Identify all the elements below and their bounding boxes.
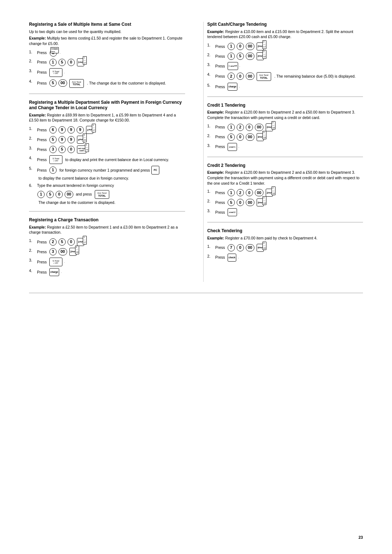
step-2-credit2: 2. Press 5 0 00 3dept 3—19 . (207, 198, 363, 206)
step-5-split: 5. Press charge . (207, 83, 363, 91)
section-foreign-currency: Registering a Multiple Department Sale w… (29, 100, 185, 206)
key-dept2-c1: 2dept 2—16 (265, 123, 273, 131)
key-dept2-c2: 2dept 2—16 (265, 189, 273, 197)
section-credit2: Credit 2 Tendering Example: Register a £… (207, 163, 363, 217)
step-1-check: 1. Press 7 0 00 4dept 4—20 . (207, 244, 363, 252)
step-2-multiple: 2. Press 1 5 0 1dept 1—17 . (29, 58, 185, 66)
step-3-credit1: 3. Press cred 1 . (207, 143, 363, 151)
step-1-multiple: 1. Press 2 X/datetime . (29, 49, 185, 57)
example-multiple-items: Example: Multiply two items costing £1.5… (29, 36, 185, 46)
page: Registering a Sale of Multiple Items at … (0, 0, 392, 554)
key-dept1-ch: 1dept 1—17 (77, 238, 85, 246)
key-dept1-fc: 1dept 1—17 (86, 126, 94, 134)
divider-5 (207, 222, 363, 222)
divider-1 (29, 94, 185, 94)
key-5: 5 (58, 59, 66, 66)
key-dept4-ck: 4dept 4—20 (256, 244, 264, 252)
step-2-credit1: 2. Press 5 0 00 3dept 3—19 . (207, 133, 363, 141)
section-title-check: Check Tendering (207, 228, 363, 234)
key-cred1: cred 1 (228, 143, 237, 151)
key-stotal-ch: S.Total + VAT (49, 258, 62, 266)
section-title-multiple-items: Registering a Sale of Multiple Items at … (29, 22, 185, 28)
step-3-split: 3. Press ≡ envvat . (207, 62, 363, 70)
step-5-foreign: 5. Press 1 for foreign currency number 1… (29, 166, 185, 181)
key-2-xdate: 2 X/datetime (49, 49, 57, 57)
divider-4 (207, 157, 363, 157)
key-check: check (228, 254, 236, 262)
example-foreign: Example: Register a £69.99 item to Depar… (29, 112, 185, 123)
step-2-charge: 2. Press 3 00 2dept 2—18 . (29, 248, 185, 256)
section-intro-multiple-items: Up to two digits can be used for the qua… (29, 29, 185, 34)
example-credit1: Example: Register a £120.00 item to Depa… (207, 110, 363, 120)
steps-credit1: 1. Press 1 2 0 00 2dept 2—16 . (207, 123, 363, 151)
section-multiple-items: Registering a Sale of Multiple Items at … (29, 22, 185, 88)
key-dept1: 1dept 1—17 (77, 58, 85, 66)
section-check: Check Tendering Example: Register a £70.… (207, 228, 363, 261)
step-4-multiple: 4. Press 5 00 Amt Tend TOTAL . (29, 79, 185, 88)
step-1-charge: 1. Press 2 5 0 1dept 1—17 . (29, 238, 185, 246)
key-dept2-ch: 2dept 2—18 (69, 248, 77, 256)
step-3-credit2: 3. Press cred 2 . (207, 208, 363, 216)
key-deptcash: net rcptcash 2—75 (77, 145, 87, 153)
step-1-foreign: 1. Press 6 9 9 9 1dept 1—17 . (29, 126, 185, 134)
example-split: Example: Register a £10.00 item and a £1… (207, 29, 363, 40)
key-dept3-c1: 3dept 3—19 (256, 133, 264, 141)
key-env: ≡ envvat (228, 62, 238, 70)
left-column: Registering a Sale of Multiple Items at … (29, 22, 189, 282)
key-00: 00 (58, 79, 67, 87)
step-4-charge: 4. Press charge . (29, 268, 185, 276)
key-1: 1 (49, 59, 57, 66)
example-check: Example: Register a £70.00 item paid by … (207, 235, 363, 241)
key-stotal: S.Total + VAT (49, 68, 62, 77)
section-credit1: Credit 1 Tendering Example: Register a £… (207, 103, 363, 151)
step-4-split: 4. Press 2 0 00 Amt Tend TOTAL (207, 72, 363, 81)
key-charge-btn: charge (49, 268, 59, 276)
key-5b: 5 (49, 79, 57, 87)
key-fc: FC (151, 166, 159, 175)
page-number: 23 (359, 535, 363, 539)
key-stotal-vat: S.Total + VAT (49, 155, 62, 164)
step-1-credit2: 1. Press 1 2 0 00 2dept 2—16 . (207, 189, 363, 197)
divider-2 (29, 211, 185, 212)
step-3-multiple: 3. Press S.Total + VAT . (29, 68, 185, 77)
step-6-foreign: 6. Type the amount tendered in foreign c… (29, 183, 185, 188)
key-cred2: cred 2 (228, 208, 237, 216)
step-2-foreign: 2. Press 5 9 9 4dept 4—20 . (29, 136, 185, 144)
steps-foreign: 1. Press 6 9 9 9 1dept 1—17 . (29, 126, 185, 205)
example-charge: Example: Register a £2.50 item to Depart… (29, 225, 185, 235)
step-2-split: 2. Press 1 5 00 2dept 2—10 . (207, 52, 363, 60)
steps-multiple-items: 1. Press 2 X/datetime . 2. (29, 49, 185, 88)
step-3-charge: 3. Press S.Total + VAT . (29, 258, 185, 266)
key-dept4: 4dept 4—20 (77, 136, 85, 144)
key-dept2-s2: 2dept 2—10 (256, 52, 264, 60)
steps-credit2: 1. Press 1 2 0 00 2dept 2—16 . (207, 189, 363, 216)
step-2-check: 2. Press check . (207, 254, 363, 262)
example-credit2: Example: Register a £120.00 item to Depa… (207, 170, 363, 186)
key-charge-split: charge (228, 83, 237, 91)
section-title-credit1: Credit 1 Tendering (207, 103, 363, 108)
step-6-foreign-keys: 1 5 0 00 and press Amt Tend TOTAL (37, 190, 185, 205)
steps-split: 1. Press 1 0 00 2dept 2—17 . (207, 42, 363, 91)
key-dept3-c2: 3dept 3—19 (256, 198, 264, 206)
step-4-foreign: 4. Press S.Total + VAT to display and pr… (29, 155, 185, 164)
key-amttend-total-fc: Amt Tend TOTAL (94, 190, 110, 199)
section-title-charge: Registering a Charge Transaction (29, 217, 185, 223)
section-split-cash: Split Cash/Charge Tendering Example: Reg… (207, 22, 363, 91)
steps-check: 1. Press 7 0 00 4dept 4—20 . (207, 244, 363, 262)
key-dept2-s1: 2dept 2—17 (256, 42, 264, 50)
key-0: 0 (68, 59, 75, 66)
key-amttend-split: Amt Tend TOTAL (256, 72, 271, 81)
section-title-foreign: Registering a Multiple Department Sale w… (29, 100, 185, 111)
key-1-fc: 1 (49, 167, 57, 174)
step-1-credit1: 1. Press 1 2 0 00 2dept 2—16 . (207, 123, 363, 131)
step-1-split: 1. Press 1 0 00 2dept 2—17 . (207, 42, 363, 50)
section-title-credit2: Credit 2 Tendering (207, 163, 363, 169)
section-charge-transaction: Registering a Charge Transaction Example… (29, 217, 185, 276)
right-column: Split Cash/Charge Tendering Example: Reg… (203, 22, 363, 282)
step-3-foreign: 3. Press 3 5 0 net rcptcash 2—75 . (29, 145, 185, 153)
key-amttend-total: Amt Tend TOTAL (69, 79, 84, 88)
section-title-split: Split Cash/Charge Tendering (207, 22, 363, 28)
divider-3 (207, 97, 363, 97)
bottom-divider (29, 293, 363, 293)
steps-charge: 1. Press 2 5 0 1dept 1—17 . (29, 238, 185, 276)
